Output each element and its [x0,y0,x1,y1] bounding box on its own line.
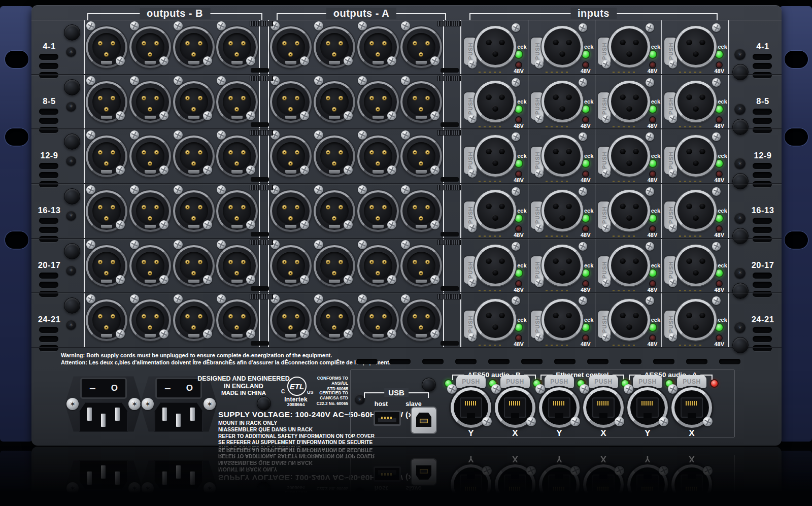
round-button[interactable] [257,396,271,411]
output-xlr-port[interactable] [85,293,128,347]
input-xlr-port[interactable]: PUSHcheck48V [528,129,595,183]
output-xlr-port[interactable] [313,20,356,74]
xlr-hole [553,39,559,45]
output-xlr-port[interactable] [85,20,128,74]
output-xlr-port[interactable] [85,184,128,238]
output-xlr-port[interactable] [269,293,313,347]
output-xlr-port[interactable] [269,75,313,129]
round-button[interactable] [64,24,80,41]
output-xlr-port[interactable] [356,239,400,293]
output-xlr-port[interactable] [128,129,172,183]
round-button[interactable] [64,243,80,259]
output-xlr-port[interactable] [399,75,443,129]
input-xlr-port[interactable]: PUSHcheck48V [461,20,528,74]
output-xlr-port[interactable] [356,20,400,74]
push-latch[interactable]: PUSH [456,375,486,388]
input-xlr-port[interactable]: PUSHcheck48V [461,75,528,129]
output-xlr-port[interactable] [128,293,172,347]
round-button[interactable] [422,378,436,392]
push-latch[interactable]: PUSH [500,375,530,388]
output-xlr-port[interactable] [356,293,400,347]
input-xlr-port[interactable]: PUSHcheck48V [662,184,728,238]
round-button[interactable] [64,79,80,95]
iec-inlet-1[interactable] [79,402,128,432]
output-xlr-port[interactable] [172,75,216,129]
output-xlr-port[interactable] [128,184,172,238]
output-xlr-port[interactable] [215,293,259,347]
output-xlr-port[interactable] [85,239,128,293]
input-xlr-port[interactable]: PUSHcheck48V [461,184,528,238]
round-button[interactable] [64,133,80,150]
output-xlr-port[interactable] [172,239,216,293]
output-xlr-port[interactable] [215,75,259,129]
round-button[interactable] [64,297,80,314]
output-xlr-port[interactable] [313,293,356,347]
output-xlr-port[interactable] [269,239,313,293]
push-latch[interactable]: PUSH [545,375,574,388]
screw-icon [217,240,226,249]
input-xlr-port[interactable]: PUSHcheck48V [662,20,728,74]
input-xlr-port[interactable]: PUSHcheck48V [662,293,728,347]
output-xlr-port[interactable] [399,184,443,238]
output-xlr-port[interactable] [269,184,313,238]
usb-host-port[interactable] [374,411,401,426]
output-xlr-port[interactable] [313,129,356,183]
ethercon-port[interactable]: PUSHX [665,379,718,436]
iec-pin [162,408,167,421]
input-xlr-port[interactable]: PUSHcheck48V [595,20,662,74]
output-xlr-port[interactable] [85,75,128,129]
input-xlr-port[interactable]: PUSHcheck48V [662,129,728,183]
output-xlr-port[interactable] [128,239,172,293]
input-xlr-port[interactable]: PUSHcheck48V [662,239,728,293]
module-ejector [437,240,461,245]
output-xlr-port[interactable] [172,20,216,74]
usb-slave-port[interactable] [412,408,436,433]
output-xlr-port[interactable] [399,293,443,347]
output-xlr-port[interactable] [399,129,443,183]
power-switch-1[interactable]: – O [80,378,127,399]
input-xlr-port[interactable]: PUSHcheck48V [461,129,528,183]
output-xlr-port[interactable] [269,20,313,74]
output-xlr-port[interactable] [313,75,356,129]
output-xlr-port[interactable] [215,20,259,74]
output-xlr-port[interactable] [313,184,356,238]
output-xlr-port[interactable] [128,75,172,129]
output-xlr-port[interactable] [172,129,216,183]
output-xlr-port[interactable] [269,129,313,183]
iec-inlet-2[interactable] [154,402,203,432]
output-xlr-port[interactable] [172,293,216,347]
xlr-hole [553,258,559,264]
round-button[interactable] [64,188,80,205]
input-xlr-port[interactable]: PUSHcheck48V [461,239,528,293]
input-xlr-port[interactable]: PUSHcheck48V [528,75,595,129]
push-latch[interactable]: PUSH [677,375,706,388]
output-xlr-port[interactable] [85,129,128,183]
output-xlr-port[interactable] [128,20,172,74]
output-xlr-port[interactable] [215,129,259,183]
output-xlr-port[interactable] [356,129,400,183]
xlr-pin [332,161,336,166]
input-xlr-port[interactable]: PUSHcheck48V [595,293,662,347]
output-xlr-port[interactable] [215,239,259,293]
input-xlr-port[interactable]: PUSHcheck48V [662,75,728,129]
input-xlr-port[interactable]: PUSHcheck48V [528,20,595,74]
push-latch[interactable]: PUSH [633,375,662,388]
output-xlr-port[interactable] [172,184,216,238]
phantom-led [717,226,722,231]
input-xlr-port[interactable]: PUSHcheck48V [528,239,595,293]
input-xlr-port[interactable]: PUSHcheck48V [595,75,662,129]
output-xlr-port[interactable] [313,239,356,293]
input-xlr-port[interactable]: PUSHcheck48V [595,239,662,293]
output-xlr-port[interactable] [215,184,259,238]
output-xlr-port[interactable] [356,75,400,129]
push-latch[interactable]: PUSH [589,375,618,388]
input-xlr-port[interactable]: PUSHcheck48V [595,184,662,238]
input-xlr-port[interactable]: PUSHcheck48V [595,129,662,183]
output-xlr-port[interactable] [399,20,443,74]
input-xlr-port[interactable]: PUSHcheck48V [461,293,528,347]
input-xlr-port[interactable]: PUSHcheck48V [528,184,595,238]
output-xlr-port[interactable] [356,184,400,238]
input-xlr-port[interactable]: PUSHcheck48V [528,293,595,347]
xlr-hole [626,269,632,276]
output-xlr-port[interactable] [399,239,443,293]
